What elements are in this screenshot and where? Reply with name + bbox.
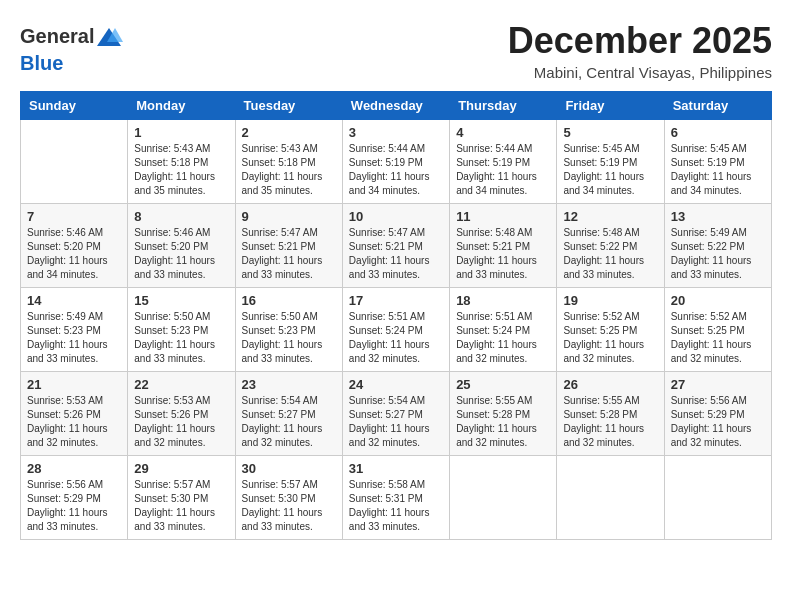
day-info: Sunrise: 5:55 AM Sunset: 5:28 PM Dayligh… xyxy=(456,394,550,450)
day-info: Sunrise: 5:54 AM Sunset: 5:27 PM Dayligh… xyxy=(242,394,336,450)
weekday-header-monday: Monday xyxy=(128,92,235,120)
calendar-cell: 14Sunrise: 5:49 AM Sunset: 5:23 PM Dayli… xyxy=(21,288,128,372)
day-info: Sunrise: 5:44 AM Sunset: 5:19 PM Dayligh… xyxy=(349,142,443,198)
weekday-header-saturday: Saturday xyxy=(664,92,771,120)
day-info: Sunrise: 5:46 AM Sunset: 5:20 PM Dayligh… xyxy=(134,226,228,282)
calendar-cell xyxy=(450,456,557,540)
day-number: 11 xyxy=(456,209,550,224)
day-number: 30 xyxy=(242,461,336,476)
day-info: Sunrise: 5:55 AM Sunset: 5:28 PM Dayligh… xyxy=(563,394,657,450)
day-info: Sunrise: 5:50 AM Sunset: 5:23 PM Dayligh… xyxy=(242,310,336,366)
day-number: 4 xyxy=(456,125,550,140)
calendar-cell: 26Sunrise: 5:55 AM Sunset: 5:28 PM Dayli… xyxy=(557,372,664,456)
day-info: Sunrise: 5:52 AM Sunset: 5:25 PM Dayligh… xyxy=(671,310,765,366)
day-info: Sunrise: 5:44 AM Sunset: 5:19 PM Dayligh… xyxy=(456,142,550,198)
day-number: 6 xyxy=(671,125,765,140)
day-info: Sunrise: 5:48 AM Sunset: 5:22 PM Dayligh… xyxy=(563,226,657,282)
weekday-header-thursday: Thursday xyxy=(450,92,557,120)
day-info: Sunrise: 5:43 AM Sunset: 5:18 PM Dayligh… xyxy=(134,142,228,198)
day-number: 5 xyxy=(563,125,657,140)
day-number: 21 xyxy=(27,377,121,392)
day-number: 19 xyxy=(563,293,657,308)
day-number: 9 xyxy=(242,209,336,224)
calendar-body: 1Sunrise: 5:43 AM Sunset: 5:18 PM Daylig… xyxy=(21,120,772,540)
day-number: 31 xyxy=(349,461,443,476)
day-info: Sunrise: 5:48 AM Sunset: 5:21 PM Dayligh… xyxy=(456,226,550,282)
day-number: 28 xyxy=(27,461,121,476)
weekday-header-friday: Friday xyxy=(557,92,664,120)
calendar-cell: 28Sunrise: 5:56 AM Sunset: 5:29 PM Dayli… xyxy=(21,456,128,540)
day-number: 26 xyxy=(563,377,657,392)
calendar-week-5: 28Sunrise: 5:56 AM Sunset: 5:29 PM Dayli… xyxy=(21,456,772,540)
calendar-cell: 27Sunrise: 5:56 AM Sunset: 5:29 PM Dayli… xyxy=(664,372,771,456)
calendar-cell: 30Sunrise: 5:57 AM Sunset: 5:30 PM Dayli… xyxy=(235,456,342,540)
calendar-cell: 2Sunrise: 5:43 AM Sunset: 5:18 PM Daylig… xyxy=(235,120,342,204)
calendar-cell xyxy=(557,456,664,540)
day-info: Sunrise: 5:45 AM Sunset: 5:19 PM Dayligh… xyxy=(563,142,657,198)
calendar-cell: 9Sunrise: 5:47 AM Sunset: 5:21 PM Daylig… xyxy=(235,204,342,288)
calendar-cell: 12Sunrise: 5:48 AM Sunset: 5:22 PM Dayli… xyxy=(557,204,664,288)
day-number: 2 xyxy=(242,125,336,140)
calendar-cell: 8Sunrise: 5:46 AM Sunset: 5:20 PM Daylig… xyxy=(128,204,235,288)
title-block: December 2025 Mabini, Central Visayas, P… xyxy=(508,20,772,81)
day-info: Sunrise: 5:52 AM Sunset: 5:25 PM Dayligh… xyxy=(563,310,657,366)
calendar-cell: 20Sunrise: 5:52 AM Sunset: 5:25 PM Dayli… xyxy=(664,288,771,372)
day-info: Sunrise: 5:56 AM Sunset: 5:29 PM Dayligh… xyxy=(27,478,121,534)
day-number: 17 xyxy=(349,293,443,308)
day-number: 8 xyxy=(134,209,228,224)
calendar-cell: 23Sunrise: 5:54 AM Sunset: 5:27 PM Dayli… xyxy=(235,372,342,456)
calendar-cell: 17Sunrise: 5:51 AM Sunset: 5:24 PM Dayli… xyxy=(342,288,449,372)
calendar-cell: 24Sunrise: 5:54 AM Sunset: 5:27 PM Dayli… xyxy=(342,372,449,456)
calendar-week-1: 1Sunrise: 5:43 AM Sunset: 5:18 PM Daylig… xyxy=(21,120,772,204)
day-info: Sunrise: 5:50 AM Sunset: 5:23 PM Dayligh… xyxy=(134,310,228,366)
day-info: Sunrise: 5:47 AM Sunset: 5:21 PM Dayligh… xyxy=(349,226,443,282)
day-info: Sunrise: 5:51 AM Sunset: 5:24 PM Dayligh… xyxy=(456,310,550,366)
day-info: Sunrise: 5:54 AM Sunset: 5:27 PM Dayligh… xyxy=(349,394,443,450)
calendar-cell xyxy=(664,456,771,540)
day-info: Sunrise: 5:49 AM Sunset: 5:23 PM Dayligh… xyxy=(27,310,121,366)
logo-blue-text: Blue xyxy=(20,52,63,74)
day-number: 24 xyxy=(349,377,443,392)
day-number: 14 xyxy=(27,293,121,308)
calendar-cell xyxy=(21,120,128,204)
calendar-cell: 31Sunrise: 5:58 AM Sunset: 5:31 PM Dayli… xyxy=(342,456,449,540)
calendar-cell: 5Sunrise: 5:45 AM Sunset: 5:19 PM Daylig… xyxy=(557,120,664,204)
logo-icon xyxy=(95,24,123,52)
calendar-cell: 11Sunrise: 5:48 AM Sunset: 5:21 PM Dayli… xyxy=(450,204,557,288)
calendar-cell: 25Sunrise: 5:55 AM Sunset: 5:28 PM Dayli… xyxy=(450,372,557,456)
weekday-header-tuesday: Tuesday xyxy=(235,92,342,120)
calendar-cell: 6Sunrise: 5:45 AM Sunset: 5:19 PM Daylig… xyxy=(664,120,771,204)
calendar-cell: 10Sunrise: 5:47 AM Sunset: 5:21 PM Dayli… xyxy=(342,204,449,288)
day-info: Sunrise: 5:51 AM Sunset: 5:24 PM Dayligh… xyxy=(349,310,443,366)
day-number: 10 xyxy=(349,209,443,224)
calendar-cell: 7Sunrise: 5:46 AM Sunset: 5:20 PM Daylig… xyxy=(21,204,128,288)
calendar-cell: 21Sunrise: 5:53 AM Sunset: 5:26 PM Dayli… xyxy=(21,372,128,456)
calendar-week-4: 21Sunrise: 5:53 AM Sunset: 5:26 PM Dayli… xyxy=(21,372,772,456)
logo-general-text: General xyxy=(20,25,94,47)
day-info: Sunrise: 5:46 AM Sunset: 5:20 PM Dayligh… xyxy=(27,226,121,282)
day-info: Sunrise: 5:53 AM Sunset: 5:26 PM Dayligh… xyxy=(134,394,228,450)
day-number: 3 xyxy=(349,125,443,140)
calendar-cell: 15Sunrise: 5:50 AM Sunset: 5:23 PM Dayli… xyxy=(128,288,235,372)
day-info: Sunrise: 5:45 AM Sunset: 5:19 PM Dayligh… xyxy=(671,142,765,198)
calendar-table: SundayMondayTuesdayWednesdayThursdayFrid… xyxy=(20,91,772,540)
calendar-cell: 3Sunrise: 5:44 AM Sunset: 5:19 PM Daylig… xyxy=(342,120,449,204)
day-number: 27 xyxy=(671,377,765,392)
day-number: 20 xyxy=(671,293,765,308)
day-number: 15 xyxy=(134,293,228,308)
calendar-header-row: SundayMondayTuesdayWednesdayThursdayFrid… xyxy=(21,92,772,120)
day-number: 12 xyxy=(563,209,657,224)
day-info: Sunrise: 5:57 AM Sunset: 5:30 PM Dayligh… xyxy=(134,478,228,534)
day-number: 7 xyxy=(27,209,121,224)
logo: General Blue xyxy=(20,24,124,74)
day-number: 18 xyxy=(456,293,550,308)
weekday-header-sunday: Sunday xyxy=(21,92,128,120)
day-number: 16 xyxy=(242,293,336,308)
day-number: 29 xyxy=(134,461,228,476)
day-info: Sunrise: 5:58 AM Sunset: 5:31 PM Dayligh… xyxy=(349,478,443,534)
page-header: General Blue December 2025 Mabini, Centr… xyxy=(20,20,772,81)
day-info: Sunrise: 5:57 AM Sunset: 5:30 PM Dayligh… xyxy=(242,478,336,534)
calendar-cell: 4Sunrise: 5:44 AM Sunset: 5:19 PM Daylig… xyxy=(450,120,557,204)
calendar-cell: 22Sunrise: 5:53 AM Sunset: 5:26 PM Dayli… xyxy=(128,372,235,456)
calendar-cell: 18Sunrise: 5:51 AM Sunset: 5:24 PM Dayli… xyxy=(450,288,557,372)
